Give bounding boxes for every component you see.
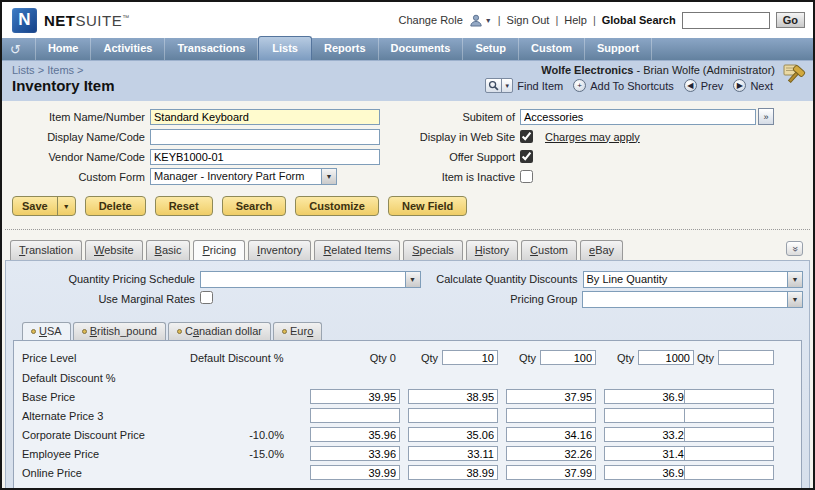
page-header: Lists > Items > Wolfe Electronics - Bria… — [2, 60, 813, 101]
find-item-link[interactable]: Find Item — [517, 80, 563, 92]
price-input[interactable] — [684, 465, 774, 480]
use-marginal-rates-label: Use Marginal Rates — [12, 293, 200, 305]
save-dropdown-icon[interactable]: ▼ — [57, 197, 75, 215]
dropdown-arrow-icon[interactable]: ▼ — [787, 272, 802, 287]
currency-tab-usa[interactable]: USA — [22, 322, 71, 340]
prev-icon[interactable]: ◀ — [684, 79, 697, 92]
pricing-group-select[interactable]: ▼ — [582, 291, 803, 308]
price-input[interactable] — [506, 465, 596, 480]
tab-history[interactable]: History — [466, 240, 518, 260]
price-input[interactable] — [604, 446, 694, 461]
next-link[interactable]: Next — [750, 80, 773, 92]
qty-threshold-input[interactable] — [540, 350, 596, 365]
find-item-button[interactable]: ▼ — [485, 78, 513, 93]
price-input[interactable] — [408, 427, 498, 442]
collapse-panel-icon[interactable]: » — [786, 241, 803, 256]
currency-tab-euro[interactable]: Euro — [273, 322, 322, 340]
price-input[interactable] — [310, 465, 400, 480]
nav-documents[interactable]: Documents — [379, 38, 464, 60]
bullet-icon — [177, 329, 182, 334]
price-input[interactable] — [506, 389, 596, 404]
tab-translation[interactable]: Translation — [10, 240, 82, 260]
tab-inventory[interactable]: Inventory — [248, 240, 311, 260]
separator: | — [555, 14, 558, 26]
dropdown-arrow-icon[interactable]: ▼ — [405, 272, 420, 287]
tab-custom[interactable]: Custom — [521, 240, 577, 260]
dropdown-arrow-icon[interactable]: ▼ — [321, 169, 336, 184]
dashboard-swirl-icon[interactable]: ↺ — [10, 42, 21, 57]
new-field-button[interactable]: New Field — [388, 196, 467, 216]
price-input[interactable] — [310, 446, 400, 461]
next-icon[interactable]: ▶ — [733, 79, 746, 92]
add-to-shortcuts-link[interactable]: Add To Shortcuts — [590, 80, 674, 92]
search-button[interactable]: Search — [222, 196, 287, 216]
qty-threshold-input[interactable] — [718, 350, 774, 365]
nav-home[interactable]: Home — [35, 38, 92, 60]
change-role-link[interactable]: Change Role — [399, 14, 463, 26]
display-in-web-site-checkbox[interactable] — [520, 130, 533, 143]
price-input[interactable] — [506, 446, 596, 461]
quantity-pricing-schedule-select[interactable]: ▼ — [200, 271, 421, 288]
sign-out-link[interactable]: Sign Out — [507, 14, 550, 26]
tab-specials[interactable]: Specials — [403, 240, 463, 260]
offer-support-checkbox[interactable] — [520, 150, 533, 163]
tab-basic[interactable]: Basic — [146, 240, 191, 260]
price-input[interactable] — [684, 427, 774, 442]
global-search-input[interactable] — [682, 12, 770, 29]
subitem-of-input[interactable] — [520, 109, 756, 125]
tab-pricing[interactable]: Pricing — [193, 240, 245, 260]
customize-button[interactable]: Customize — [295, 196, 379, 216]
price-input[interactable] — [506, 408, 596, 423]
currency-tab-british-pound[interactable]: British_pound — [73, 322, 166, 340]
help-link[interactable]: Help — [564, 14, 587, 26]
price-input[interactable] — [408, 446, 498, 461]
price-input[interactable] — [684, 408, 774, 423]
dropdown-arrow-icon[interactable]: ▼ — [787, 292, 802, 307]
nav-activities[interactable]: Activities — [91, 38, 165, 60]
breadcrumb[interactable]: Lists > Items > — [12, 64, 84, 76]
qty-threshold-input[interactable] — [638, 350, 694, 365]
currency-tab-canadian-dollar[interactable]: Canadian dollar — [168, 322, 271, 340]
price-input[interactable] — [408, 465, 498, 480]
nav-transactions[interactable]: Transactions — [165, 38, 258, 60]
price-input[interactable] — [604, 408, 694, 423]
custom-form-select[interactable]: Manager - Inventory Part Form▼ — [150, 168, 337, 185]
reset-button[interactable]: Reset — [155, 196, 213, 216]
save-button[interactable]: Save▼ — [12, 196, 76, 216]
price-input[interactable] — [604, 465, 694, 480]
price-input[interactable] — [408, 389, 498, 404]
item-name-input[interactable] — [150, 109, 380, 125]
item-is-inactive-checkbox[interactable] — [520, 170, 533, 183]
nav-custom[interactable]: Custom — [519, 38, 585, 60]
price-input[interactable] — [506, 427, 596, 442]
vendor-name-input[interactable] — [150, 149, 380, 165]
price-input[interactable] — [684, 389, 774, 404]
price-input[interactable] — [684, 446, 774, 461]
nav-setup[interactable]: Setup — [463, 38, 519, 60]
price-input[interactable] — [604, 389, 694, 404]
tab-website[interactable]: Website — [85, 240, 143, 260]
nav-lists[interactable]: Lists — [258, 36, 312, 60]
add-to-shortcuts-icon[interactable]: + — [573, 79, 586, 92]
nav-reports[interactable]: Reports — [312, 38, 379, 60]
price-input[interactable] — [310, 408, 400, 423]
delete-button[interactable]: Delete — [85, 196, 146, 216]
calculate-quantity-discounts-select[interactable]: By Line Quantity▼ — [583, 271, 804, 288]
price-input[interactable] — [408, 408, 498, 423]
price-input[interactable] — [310, 389, 400, 404]
tab-ebay[interactable]: eBay — [580, 240, 623, 260]
role-menu-button[interactable]: ▼ — [469, 14, 492, 27]
open-list-icon[interactable]: » — [758, 108, 774, 125]
display-name-input[interactable] — [150, 129, 380, 145]
go-button[interactable]: Go — [776, 12, 805, 28]
price-input[interactable] — [604, 427, 694, 442]
qty0-header: Qty 0 — [302, 352, 406, 364]
price-input[interactable] — [310, 427, 400, 442]
tab-related-items[interactable]: Related Items — [314, 240, 400, 260]
use-marginal-rates-checkbox[interactable] — [200, 291, 213, 304]
quantity-pricing-schedule-label: Quantity Pricing Schedule — [12, 273, 200, 285]
prev-link[interactable]: Prev — [701, 80, 724, 92]
charges-may-apply-link[interactable]: Charges may apply — [545, 131, 640, 143]
nav-support[interactable]: Support — [585, 38, 652, 60]
qty-threshold-input[interactable] — [442, 350, 498, 365]
